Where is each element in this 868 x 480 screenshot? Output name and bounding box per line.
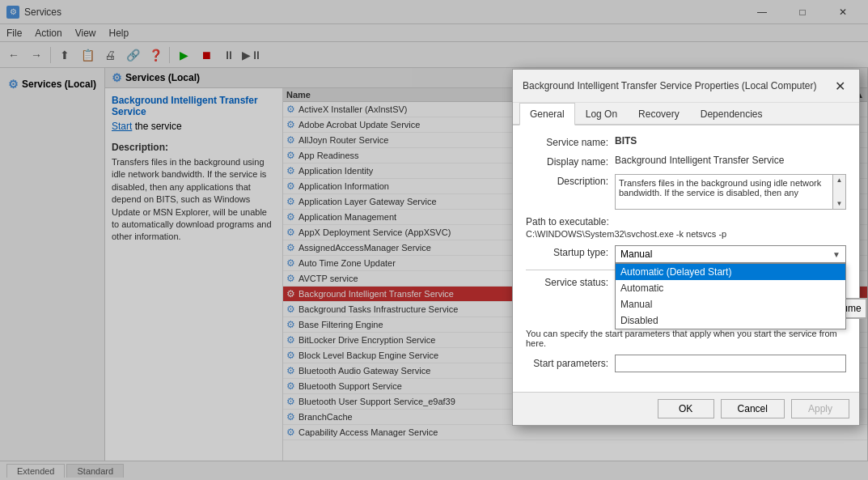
start-params-note: You can specify the start parameters tha… <box>526 329 846 348</box>
dropdown-list: Automatic (Delayed Start) Automatic Manu… <box>615 263 846 329</box>
ok-button[interactable]: OK <box>658 399 714 418</box>
dropdown-option-disabled[interactable]: Disabled <box>616 312 845 329</box>
description-value: Transfers files in the background using … <box>619 178 821 198</box>
properties-dialog: Background Intelligent Transfer Service … <box>512 69 860 426</box>
start-params-row: Start parameters: <box>526 355 846 372</box>
dropdown-current-value: Manual <box>620 248 652 260</box>
start-params-input[interactable] <box>615 355 846 372</box>
dropdown-option-manual[interactable]: Manual <box>616 296 845 312</box>
display-name-row: Display name: Background Intelligent Tra… <box>526 155 846 168</box>
dropdown-selected[interactable]: Manual ▼ <box>615 245 846 263</box>
scroll-up-arrow[interactable]: ▲ <box>836 176 843 184</box>
dialog-overlay: Background Intelligent Transfer Service … <box>0 0 868 480</box>
display-name-label: Display name: <box>526 155 615 168</box>
path-value: C:\WINDOWS\System32\svchost.exe -k netsv… <box>526 229 846 239</box>
cancel-button[interactable]: Cancel <box>721 399 785 418</box>
service-status-label: Service status: <box>526 277 615 288</box>
tab-recovery[interactable]: Recovery <box>628 103 690 125</box>
startup-type-dropdown[interactable]: Manual ▼ Automatic (Delayed Start) Autom… <box>615 245 846 263</box>
startup-type-label: Startup type: <box>526 245 615 258</box>
start-params-label: Start parameters: <box>526 358 615 369</box>
service-name-value: BITS <box>615 135 846 147</box>
tab-logon[interactable]: Log On <box>575 103 628 125</box>
dialog-close-button[interactable]: ✕ <box>830 76 849 96</box>
path-label: Path to executable: <box>526 216 846 227</box>
tab-general[interactable]: General <box>519 103 575 125</box>
dialog-footer: OK Cancel Apply <box>513 392 859 425</box>
description-scrollbar[interactable]: ▲ ▼ <box>832 175 845 209</box>
description-row: Description: Transfers files in the back… <box>526 174 846 210</box>
service-name-label: Service name: <box>526 135 615 148</box>
dropdown-option-automatic[interactable]: Automatic <box>616 280 845 296</box>
dropdown-option-auto-delayed[interactable]: Automatic (Delayed Start) <box>616 264 845 280</box>
scroll-down-arrow[interactable]: ▼ <box>836 200 843 207</box>
description-box: Transfers files in the background using … <box>615 174 846 210</box>
tab-dependencies[interactable]: Dependencies <box>690 103 773 125</box>
dialog-title-bar: Background Intelligent Transfer Service … <box>513 70 859 103</box>
apply-button[interactable]: Apply <box>791 399 849 418</box>
description-label: Description: <box>526 174 615 187</box>
service-name-row: Service name: BITS <box>526 135 846 148</box>
dialog-tabs: General Log On Recovery Dependencies <box>513 103 859 125</box>
dropdown-arrow-icon: ▼ <box>832 250 840 259</box>
startup-type-row: Startup type: Manual ▼ Automatic (Delaye… <box>526 245 846 263</box>
display-name-value: Background Intelligent Transfer Service <box>615 155 846 166</box>
dialog-title: Background Intelligent Transfer Service … <box>523 80 817 91</box>
path-row: Path to executable: C:\WINDOWS\System32\… <box>526 216 846 239</box>
dialog-content: Service name: BITS Display name: Backgro… <box>513 125 859 392</box>
